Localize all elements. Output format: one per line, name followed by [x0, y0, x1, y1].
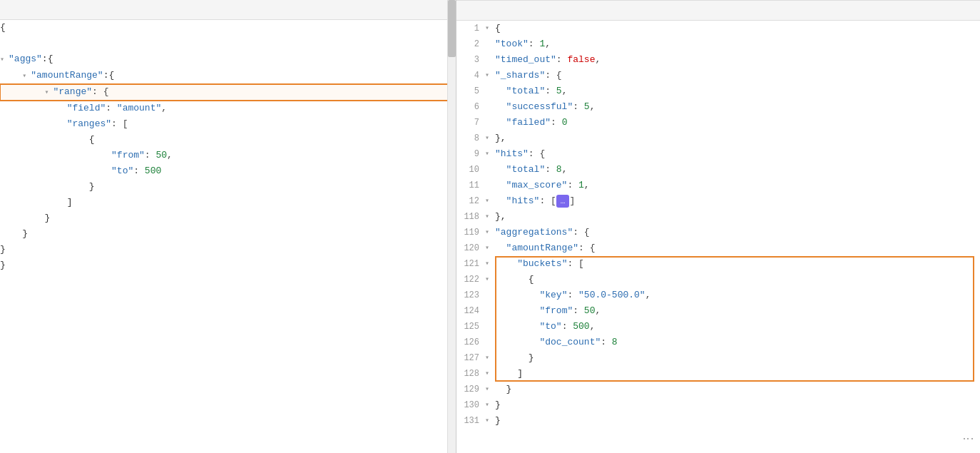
token-brace: } — [0, 260, 6, 270]
right-fold-arrow-11[interactable]: ▾ — [485, 193, 495, 209]
right-line-18: 124 "from": 50, — [456, 303, 980, 319]
right-fold-arrow-14[interactable]: ▾ — [485, 240, 495, 256]
right-line-number-21: 127 — [456, 350, 485, 366]
right-fold-arrow-25[interactable]: ▾ — [485, 413, 495, 429]
right-fold-arrow-23[interactable]: ▾ — [485, 382, 495, 397]
right-line-0: 1▾{ — [456, 21, 980, 36]
token-punct: , — [590, 321, 596, 332]
right-fold-arrow-16[interactable]: ▾ — [485, 272, 495, 287]
fold-arrow[interactable]: ▾ — [22, 72, 31, 80]
left-line-content-14: } — [0, 242, 450, 258]
token-punct: ] — [569, 195, 575, 206]
left-line-content-7: { — [0, 132, 450, 148]
token-punct: : — [133, 166, 145, 176]
right-line-number-8: 9 — [456, 146, 485, 162]
token-number: 5 — [584, 101, 590, 112]
token-number: 500 — [145, 166, 161, 176]
token-punct: : — [562, 321, 573, 332]
left-line-content-8: "from": 50, — [0, 148, 450, 163]
right-fold-arrow-21[interactable]: ▾ — [485, 350, 495, 366]
right-panel-top — [456, 1, 980, 21]
token-punct: , — [584, 180, 590, 190]
right-line-content-9: "total": 8, — [495, 162, 974, 178]
right-code-area: 1▾{2"took": 1,3"timed_out": false,4▾"_sh… — [456, 21, 980, 453]
token-punct: : { — [573, 227, 589, 238]
left-line-content-4: ▾ "range": { — [0, 84, 450, 101]
right-fold-arrow-0[interactable]: ▾ — [485, 21, 495, 36]
fold-arrow[interactable]: ▾ — [0, 56, 9, 63]
right-line-23: 129▾ } — [456, 382, 980, 397]
right-line-content-5: "successful": 5, — [495, 99, 974, 115]
right-fold-arrow-12[interactable]: ▾ — [485, 209, 495, 225]
token-punct: : { — [545, 70, 561, 81]
right-line-13: 119▾"aggregations": { — [456, 225, 980, 240]
right-fold-arrow-22[interactable]: ▾ — [485, 366, 495, 382]
right-line-content-6: "failed": 0 — [495, 115, 974, 131]
right-fold-arrow-7[interactable]: ▾ — [485, 131, 495, 146]
right-line-content-21: } — [495, 350, 974, 366]
left-line-0: { — [0, 20, 456, 36]
token-number: 8 — [556, 164, 562, 175]
token-brace: ] — [517, 368, 523, 379]
right-line-content-17: "key": "50.0-500.0", — [495, 287, 974, 303]
right-line-21: 127▾ } — [456, 350, 980, 366]
left-scrollbar[interactable] — [447, 0, 456, 453]
right-fold-arrow-8[interactable]: ▾ — [485, 146, 495, 162]
token-punct: : [ — [111, 118, 128, 129]
token-punct: : — [545, 164, 556, 175]
right-fold-arrow-3[interactable]: ▾ — [485, 68, 495, 83]
collapsed-token[interactable]: … — [556, 195, 570, 208]
right-fold-arrow-15[interactable]: ▾ — [485, 256, 495, 272]
right-line-content-23: } — [495, 382, 974, 397]
right-line-content-25: } — [495, 413, 974, 429]
token-punct: : { — [529, 148, 545, 159]
token-brace: }, — [495, 133, 506, 143]
token-key: "successful" — [506, 101, 573, 112]
token-punct: , — [167, 150, 173, 161]
left-line-7: { — [0, 132, 456, 148]
left-line-content-15: } — [0, 258, 450, 273]
right-line-content-16: { — [495, 272, 974, 287]
left-scrollbar-thumb[interactable] — [448, 0, 456, 57]
token-key: "hits" — [506, 195, 540, 206]
fold-arrow[interactable]: ▾ — [44, 88, 53, 96]
right-line-15: 121▾ "buckets": [ — [456, 256, 980, 272]
right-line-content-4: "total": 5, — [495, 83, 974, 99]
token-brace: ] — [67, 197, 73, 208]
right-editor-panel: 1▾{2"took": 1,3"timed_out": false,4▾"_sh… — [456, 0, 980, 453]
right-line-number-22: 128 — [456, 366, 485, 382]
token-punct: , — [161, 103, 167, 113]
right-fold-arrow-24[interactable]: ▾ — [485, 397, 495, 413]
token-brace: }, — [495, 211, 506, 222]
right-line-number-23: 129 — [456, 382, 485, 397]
right-fold-arrow-13[interactable]: ▾ — [485, 225, 495, 240]
token-brace: } — [22, 228, 28, 239]
token-key: "key" — [539, 290, 567, 300]
left-line-12: } — [0, 210, 456, 226]
token-key: "failed" — [506, 117, 551, 128]
token-punct: , — [590, 101, 596, 112]
right-line-content-0: { — [495, 21, 974, 36]
token-key: "from" — [539, 305, 573, 316]
token-key: "max_score" — [506, 180, 568, 190]
token-punct: : — [567, 290, 578, 300]
token-punct: , — [562, 164, 568, 175]
context-menu-dots[interactable]: ⋮ — [961, 433, 974, 446]
token-punct: : — [573, 305, 584, 316]
token-string: "50.0-500.0" — [578, 290, 645, 300]
token-number: 50 — [584, 305, 596, 316]
token-key: "range" — [53, 86, 92, 97]
right-line-number-0: 1 — [456, 21, 485, 36]
token-brace: } — [89, 181, 95, 192]
right-line-content-18: "from": 50, — [495, 303, 974, 319]
right-line-16: 122▾ { — [456, 272, 980, 287]
token-punct: : — [573, 101, 584, 112]
right-line-number-14: 120 — [456, 240, 485, 256]
right-line-content-13: "aggregations": { — [495, 225, 974, 240]
token-punct: : — [529, 39, 540, 49]
token-number: 50 — [155, 150, 167, 161]
right-line-content-19: "to": 500, — [495, 319, 974, 335]
right-line-14: 120▾ "amountRange": { — [456, 240, 980, 256]
right-line-10: 11 "max_score": 1, — [456, 178, 980, 193]
token-key: "doc_count" — [539, 337, 601, 347]
